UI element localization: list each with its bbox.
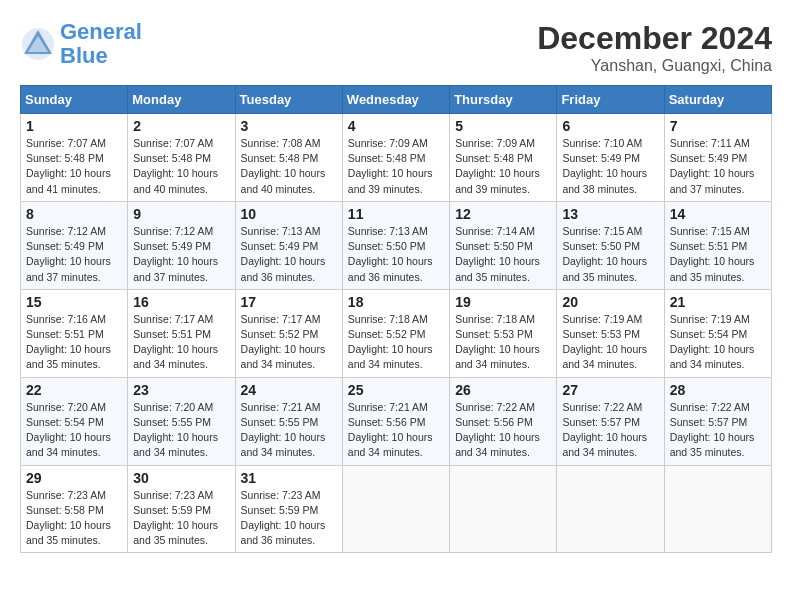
day-number: 2 — [133, 118, 229, 134]
calendar-cell: 5Sunrise: 7:09 AM Sunset: 5:48 PM Daylig… — [450, 114, 557, 202]
weekday-header-tuesday: Tuesday — [235, 86, 342, 114]
calendar-cell: 23Sunrise: 7:20 AM Sunset: 5:55 PM Dayli… — [128, 377, 235, 465]
day-number: 17 — [241, 294, 337, 310]
day-info: Sunrise: 7:21 AM Sunset: 5:55 PM Dayligh… — [241, 400, 337, 461]
day-info: Sunrise: 7:13 AM Sunset: 5:49 PM Dayligh… — [241, 224, 337, 285]
calendar-cell: 19Sunrise: 7:18 AM Sunset: 5:53 PM Dayli… — [450, 289, 557, 377]
day-info: Sunrise: 7:20 AM Sunset: 5:55 PM Dayligh… — [133, 400, 229, 461]
day-info: Sunrise: 7:23 AM Sunset: 5:59 PM Dayligh… — [133, 488, 229, 549]
logo-icon — [20, 26, 56, 62]
day-number: 25 — [348, 382, 444, 398]
day-number: 18 — [348, 294, 444, 310]
day-info: Sunrise: 7:11 AM Sunset: 5:49 PM Dayligh… — [670, 136, 766, 197]
day-number: 6 — [562, 118, 658, 134]
day-info: Sunrise: 7:07 AM Sunset: 5:48 PM Dayligh… — [133, 136, 229, 197]
day-info: Sunrise: 7:14 AM Sunset: 5:50 PM Dayligh… — [455, 224, 551, 285]
calendar-cell: 31Sunrise: 7:23 AM Sunset: 5:59 PM Dayli… — [235, 465, 342, 553]
calendar-week-row: 8Sunrise: 7:12 AM Sunset: 5:49 PM Daylig… — [21, 201, 772, 289]
calendar-cell — [557, 465, 664, 553]
day-info: Sunrise: 7:16 AM Sunset: 5:51 PM Dayligh… — [26, 312, 122, 373]
calendar-cell: 14Sunrise: 7:15 AM Sunset: 5:51 PM Dayli… — [664, 201, 771, 289]
day-info: Sunrise: 7:07 AM Sunset: 5:48 PM Dayligh… — [26, 136, 122, 197]
day-number: 10 — [241, 206, 337, 222]
day-number: 13 — [562, 206, 658, 222]
day-number: 20 — [562, 294, 658, 310]
calendar-cell: 24Sunrise: 7:21 AM Sunset: 5:55 PM Dayli… — [235, 377, 342, 465]
day-info: Sunrise: 7:09 AM Sunset: 5:48 PM Dayligh… — [455, 136, 551, 197]
day-info: Sunrise: 7:10 AM Sunset: 5:49 PM Dayligh… — [562, 136, 658, 197]
calendar-cell: 21Sunrise: 7:19 AM Sunset: 5:54 PM Dayli… — [664, 289, 771, 377]
day-info: Sunrise: 7:15 AM Sunset: 5:50 PM Dayligh… — [562, 224, 658, 285]
calendar-cell: 13Sunrise: 7:15 AM Sunset: 5:50 PM Dayli… — [557, 201, 664, 289]
day-info: Sunrise: 7:15 AM Sunset: 5:51 PM Dayligh… — [670, 224, 766, 285]
day-number: 14 — [670, 206, 766, 222]
calendar-table: SundayMondayTuesdayWednesdayThursdayFrid… — [20, 85, 772, 553]
day-info: Sunrise: 7:22 AM Sunset: 5:57 PM Dayligh… — [562, 400, 658, 461]
day-info: Sunrise: 7:12 AM Sunset: 5:49 PM Dayligh… — [26, 224, 122, 285]
calendar-cell: 9Sunrise: 7:12 AM Sunset: 5:49 PM Daylig… — [128, 201, 235, 289]
day-number: 19 — [455, 294, 551, 310]
day-info: Sunrise: 7:21 AM Sunset: 5:56 PM Dayligh… — [348, 400, 444, 461]
calendar-cell: 4Sunrise: 7:09 AM Sunset: 5:48 PM Daylig… — [342, 114, 449, 202]
weekday-header-wednesday: Wednesday — [342, 86, 449, 114]
calendar-cell: 22Sunrise: 7:20 AM Sunset: 5:54 PM Dayli… — [21, 377, 128, 465]
day-info: Sunrise: 7:18 AM Sunset: 5:52 PM Dayligh… — [348, 312, 444, 373]
day-info: Sunrise: 7:17 AM Sunset: 5:52 PM Dayligh… — [241, 312, 337, 373]
day-info: Sunrise: 7:08 AM Sunset: 5:48 PM Dayligh… — [241, 136, 337, 197]
calendar-cell: 6Sunrise: 7:10 AM Sunset: 5:49 PM Daylig… — [557, 114, 664, 202]
day-number: 1 — [26, 118, 122, 134]
day-number: 21 — [670, 294, 766, 310]
day-info: Sunrise: 7:23 AM Sunset: 5:58 PM Dayligh… — [26, 488, 122, 549]
day-number: 16 — [133, 294, 229, 310]
day-number: 11 — [348, 206, 444, 222]
logo-line2: Blue — [60, 43, 108, 68]
weekday-header-sunday: Sunday — [21, 86, 128, 114]
day-number: 28 — [670, 382, 766, 398]
day-info: Sunrise: 7:13 AM Sunset: 5:50 PM Dayligh… — [348, 224, 444, 285]
calendar-week-row: 1Sunrise: 7:07 AM Sunset: 5:48 PM Daylig… — [21, 114, 772, 202]
calendar-cell: 2Sunrise: 7:07 AM Sunset: 5:48 PM Daylig… — [128, 114, 235, 202]
calendar-cell: 3Sunrise: 7:08 AM Sunset: 5:48 PM Daylig… — [235, 114, 342, 202]
calendar-cell — [342, 465, 449, 553]
day-number: 27 — [562, 382, 658, 398]
calendar-cell: 12Sunrise: 7:14 AM Sunset: 5:50 PM Dayli… — [450, 201, 557, 289]
calendar-cell: 27Sunrise: 7:22 AM Sunset: 5:57 PM Dayli… — [557, 377, 664, 465]
day-number: 12 — [455, 206, 551, 222]
day-info: Sunrise: 7:09 AM Sunset: 5:48 PM Dayligh… — [348, 136, 444, 197]
calendar-cell: 29Sunrise: 7:23 AM Sunset: 5:58 PM Dayli… — [21, 465, 128, 553]
day-info: Sunrise: 7:20 AM Sunset: 5:54 PM Dayligh… — [26, 400, 122, 461]
day-number: 29 — [26, 470, 122, 486]
day-number: 7 — [670, 118, 766, 134]
day-number: 9 — [133, 206, 229, 222]
calendar-cell: 10Sunrise: 7:13 AM Sunset: 5:49 PM Dayli… — [235, 201, 342, 289]
calendar-cell: 1Sunrise: 7:07 AM Sunset: 5:48 PM Daylig… — [21, 114, 128, 202]
calendar-cell: 11Sunrise: 7:13 AM Sunset: 5:50 PM Dayli… — [342, 201, 449, 289]
day-info: Sunrise: 7:22 AM Sunset: 5:56 PM Dayligh… — [455, 400, 551, 461]
weekday-header-thursday: Thursday — [450, 86, 557, 114]
day-info: Sunrise: 7:23 AM Sunset: 5:59 PM Dayligh… — [241, 488, 337, 549]
calendar-cell: 26Sunrise: 7:22 AM Sunset: 5:56 PM Dayli… — [450, 377, 557, 465]
day-number: 22 — [26, 382, 122, 398]
calendar-header-row: SundayMondayTuesdayWednesdayThursdayFrid… — [21, 86, 772, 114]
calendar-cell — [664, 465, 771, 553]
day-number: 23 — [133, 382, 229, 398]
calendar-cell: 15Sunrise: 7:16 AM Sunset: 5:51 PM Dayli… — [21, 289, 128, 377]
day-info: Sunrise: 7:12 AM Sunset: 5:49 PM Dayligh… — [133, 224, 229, 285]
day-number: 3 — [241, 118, 337, 134]
calendar-cell: 16Sunrise: 7:17 AM Sunset: 5:51 PM Dayli… — [128, 289, 235, 377]
calendar-week-row: 22Sunrise: 7:20 AM Sunset: 5:54 PM Dayli… — [21, 377, 772, 465]
month-title: December 2024 — [537, 20, 772, 57]
logo-line1: General — [60, 19, 142, 44]
day-info: Sunrise: 7:22 AM Sunset: 5:57 PM Dayligh… — [670, 400, 766, 461]
page-header: General Blue December 2024 Yanshan, Guan… — [20, 20, 772, 75]
day-number: 26 — [455, 382, 551, 398]
day-number: 15 — [26, 294, 122, 310]
calendar-cell — [450, 465, 557, 553]
day-info: Sunrise: 7:17 AM Sunset: 5:51 PM Dayligh… — [133, 312, 229, 373]
weekday-header-friday: Friday — [557, 86, 664, 114]
day-number: 24 — [241, 382, 337, 398]
day-info: Sunrise: 7:19 AM Sunset: 5:53 PM Dayligh… — [562, 312, 658, 373]
day-number: 8 — [26, 206, 122, 222]
day-info: Sunrise: 7:18 AM Sunset: 5:53 PM Dayligh… — [455, 312, 551, 373]
day-number: 31 — [241, 470, 337, 486]
